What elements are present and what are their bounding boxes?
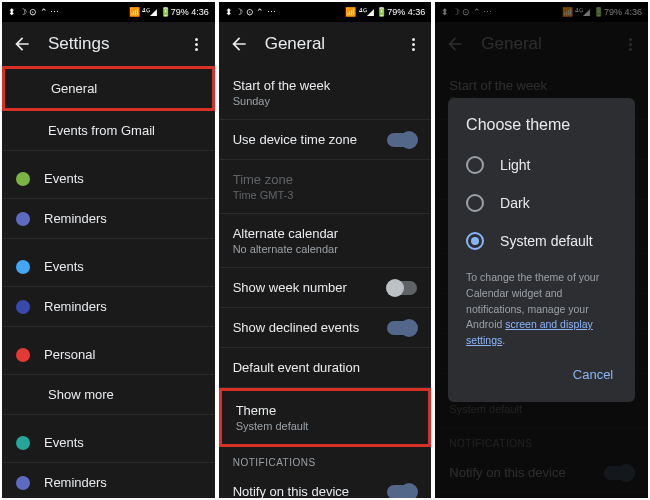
row-start-week[interactable]: Start of the weekSunday [219, 66, 432, 120]
option-light[interactable]: Light [448, 146, 635, 184]
row-events-1[interactable]: Events [2, 159, 215, 199]
toggle-declined[interactable] [387, 321, 417, 335]
row-events-2[interactable]: Events [2, 247, 215, 287]
option-system[interactable]: System default [448, 222, 635, 260]
toggle-week-num[interactable] [387, 281, 417, 295]
toggle-notify[interactable] [387, 485, 417, 499]
cancel-button[interactable]: Cancel [563, 361, 623, 388]
color-dot [16, 260, 30, 274]
row-use-tz[interactable]: Use device time zone [219, 120, 432, 160]
phone-screen-1: ⬍ ☽ ⊙ ⌃ ⋯ 📶 ⁴ᴳ◢ 🔋79% 4:36 Settings Gener… [2, 2, 215, 498]
status-bar: ⬍ ☽ ⊙ ⌃ ⋯ 📶 ⁴ᴳ◢ 🔋79% 4:36 [219, 2, 432, 22]
settings-list: General Events from Gmail Events Reminde… [2, 66, 215, 498]
option-dark[interactable]: Dark [448, 184, 635, 222]
row-events-3[interactable]: Events [2, 423, 215, 463]
row-declined[interactable]: Show declined events [219, 308, 432, 348]
row-reminders-2[interactable]: Reminders [2, 287, 215, 327]
row-theme[interactable]: ThemeSystem default [219, 388, 432, 447]
row-events-gmail[interactable]: Events from Gmail [2, 111, 215, 151]
row-tz: Time zoneTime GMT-3 [219, 160, 432, 214]
more-menu-icon[interactable] [405, 38, 421, 51]
back-icon[interactable] [229, 34, 249, 54]
toggle-tz[interactable] [387, 133, 417, 147]
app-header: Settings [2, 22, 215, 66]
section-notifications: Notifications [219, 447, 432, 472]
app-header: General [219, 22, 432, 66]
more-menu-icon[interactable] [189, 38, 205, 51]
page-title: General [265, 34, 390, 54]
radio-icon [466, 156, 484, 174]
color-dot [16, 436, 30, 450]
row-duration[interactable]: Default event duration [219, 348, 432, 388]
status-bar: ⬍ ☽ ⊙ ⌃ ⋯ 📶 ⁴ᴳ◢ 🔋79% 4:36 [2, 2, 215, 22]
row-personal[interactable]: Personal [2, 335, 215, 375]
row-alt-cal[interactable]: Alternate calendarNo alternate calendar [219, 214, 432, 268]
color-dot [16, 172, 30, 186]
general-list: Start of the weekSunday Use device time … [219, 66, 432, 498]
color-dot [16, 300, 30, 314]
row-notify-device[interactable]: Notify on this device [219, 472, 432, 498]
radio-icon [466, 232, 484, 250]
row-reminders-3[interactable]: Reminders [2, 463, 215, 498]
row-reminders-1[interactable]: Reminders [2, 199, 215, 239]
page-title: Settings [48, 34, 173, 54]
theme-dialog: Choose theme Light Dark System default T… [448, 98, 635, 402]
color-dot [16, 476, 30, 490]
dialog-overlay: Choose theme Light Dark System default T… [435, 2, 648, 498]
phone-screen-3: ⬍ ☽ ⊙ ⌃ ⋯ 📶 ⁴ᴳ◢ 🔋79% 4:36 General Start … [435, 2, 648, 498]
dialog-info: To change the theme of your Calendar wid… [448, 260, 635, 355]
row-week-num[interactable]: Show week number [219, 268, 432, 308]
row-show-more[interactable]: Show more [2, 375, 215, 415]
back-icon[interactable] [12, 34, 32, 54]
color-dot [16, 212, 30, 226]
radio-icon [466, 194, 484, 212]
color-dot [16, 348, 30, 362]
row-general[interactable]: General [2, 66, 215, 111]
phone-screen-2: ⬍ ☽ ⊙ ⌃ ⋯ 📶 ⁴ᴳ◢ 🔋79% 4:36 General Start … [219, 2, 432, 498]
dialog-title: Choose theme [448, 116, 635, 146]
